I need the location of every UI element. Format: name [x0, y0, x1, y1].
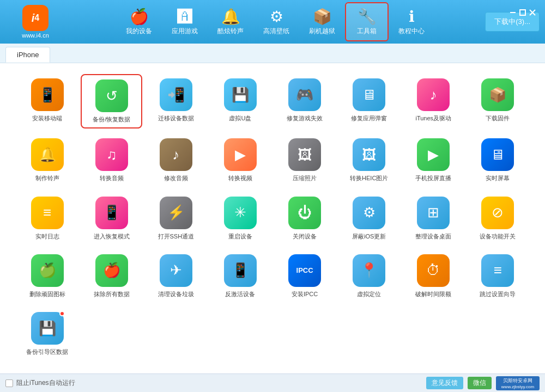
tool-erase-all[interactable]: 🍎抹除所有数据 [81, 250, 142, 302]
tool-compress-photo[interactable]: 🖼压缩照片 [274, 134, 336, 186]
nav-item-ringtone[interactable]: 🔔酷炫铃声 [208, 3, 253, 40]
tool-skip-setup[interactable]: ≡跳过设置向导 [467, 250, 529, 302]
main-content: 📱安装移动端↺备份/恢复数据📲迁移设备数据💾虚拟U盘🎮修复游戏失效🖥修复应用弹窗… [0, 63, 545, 373]
convert-audio-icon: ♫ [95, 138, 128, 171]
brand-logo: 贝斯特安卓网 www.zjbstyy.com [496, 376, 540, 390]
app-logo: i4 [22, 5, 49, 31]
wallpaper-icon: ⚙ [270, 8, 283, 26]
tool-restart-device[interactable]: ✳重启设备 [209, 192, 271, 244]
tool-install-ipcc[interactable]: IPCC安装IPCC [274, 250, 336, 302]
shutdown-device-icon: ⏻ [288, 197, 321, 229]
feedback-button[interactable]: 意见反馈 [426, 377, 463, 389]
nav-item-my-device[interactable]: 🍎我的设备 [116, 3, 162, 40]
tool-block-ios-update[interactable]: ⚙屏蔽iOS更新 [338, 192, 400, 244]
convert-video-icon: ▶ [224, 138, 257, 171]
svg-rect-1 [520, 10, 525, 15]
recovery-mode-icon: 📱 [95, 197, 128, 229]
logo-area: i4 www.i4.cn [5, 5, 65, 39]
convert-heic-icon: 🖼 [353, 138, 385, 171]
tool-device-switch[interactable]: ⊘设备功能开关 [467, 192, 529, 244]
tool-convert-heic[interactable]: 🖼转换HEIC图片 [338, 134, 400, 186]
header: i4 www.i4.cn 🍎我的设备🅰应用游戏🔔酷炫铃声⚙高清壁纸📦刷机越狱🔧工… [0, 0, 545, 44]
virtual-udisk-icon: 💾 [224, 78, 257, 111]
tool-download-firmware[interactable]: 📦下载固件 [467, 74, 529, 128]
install-mobile-icon: 📱 [31, 78, 64, 111]
backup-restore-icon: ↺ [95, 79, 128, 112]
backup-guide-icon: 💾 [31, 312, 64, 345]
tool-remove-icon[interactable]: 🍏删除顽固图标 [16, 250, 78, 302]
tool-break-time[interactable]: ⏱破解时间限额 [403, 250, 464, 302]
tool-clean-junk[interactable]: ✈清理设备垃圾 [145, 250, 207, 302]
fix-popup-icon: 🖥 [353, 78, 385, 111]
tab-bar: iPhone [0, 44, 545, 63]
nav-item-jailbreak[interactable]: 📦刷机越狱 [299, 3, 345, 40]
footer-left: 阻止iTunes自动运行 [5, 378, 75, 388]
block-ios-update-icon: ⚙ [353, 197, 385, 229]
nav-item-wallpaper[interactable]: ⚙高清壁纸 [253, 3, 299, 40]
tool-install-mobile[interactable]: 📱安装移动端 [16, 74, 78, 128]
ssh-tunnel-icon: ⚡ [160, 197, 192, 229]
tool-real-screen[interactable]: 🖥实时屏幕 [467, 134, 529, 186]
compress-photo-icon: 🖼 [288, 138, 321, 171]
nav-item-app-game[interactable]: 🅰应用游戏 [162, 3, 208, 40]
tool-edit-audio[interactable]: ♪修改音频 [145, 134, 207, 186]
svg-rect-0 [510, 12, 516, 13]
tool-organize-desktop[interactable]: ⊞整理设备桌面 [403, 192, 464, 244]
tool-backup-restore[interactable]: ↺备份/恢复数据 [81, 74, 142, 128]
tool-make-ringtone[interactable]: 🔔制作铃声 [16, 134, 78, 186]
tab-iphone[interactable]: iPhone [5, 47, 50, 63]
logo-text: www.i4.cn [22, 32, 49, 39]
tutorials-icon: ℹ [409, 8, 415, 26]
break-time-icon: ⏱ [417, 254, 450, 287]
toolbox-icon: 🔧 [358, 8, 377, 26]
app-game-icon: 🅰 [177, 8, 192, 26]
fake-location-icon: 📍 [353, 254, 385, 287]
real-log-icon: ≡ [31, 197, 64, 229]
screen-mirror-icon: ▶ [417, 138, 450, 171]
restart-device-icon: ✳ [224, 197, 257, 229]
deactivate-icon: 📱 [224, 254, 257, 287]
tool-screen-mirror[interactable]: ▶手机投屏直播 [403, 134, 464, 186]
organize-desktop-icon: ⊞ [417, 197, 450, 229]
tool-migrate-data[interactable]: 📲迁移设备数据 [145, 74, 207, 128]
itunes-checkbox[interactable] [5, 379, 13, 387]
minimize-icon[interactable] [509, 9, 517, 16]
fix-game-icon: 🎮 [288, 78, 321, 111]
clean-junk-icon: ✈ [160, 254, 192, 287]
close-icon[interactable] [529, 9, 536, 16]
tool-real-log[interactable]: ≡实时日志 [16, 192, 78, 244]
wechat-button[interactable]: 微信 [468, 377, 492, 389]
ringtone-icon: 🔔 [221, 8, 240, 26]
nav-item-toolbox[interactable]: 🔧工具箱 [345, 2, 389, 41]
tool-ssh-tunnel[interactable]: ⚡打开SSH通道 [145, 192, 207, 244]
nav-item-tutorials[interactable]: ℹ教程中心 [389, 3, 434, 40]
download-firmware-icon: 📦 [481, 78, 514, 111]
nav-bar: 🍎我的设备🅰应用游戏🔔酷炫铃声⚙高清壁纸📦刷机越狱🔧工具箱ℹ教程中心 [65, 2, 485, 41]
tool-recovery-mode[interactable]: 📱进入恢复模式 [81, 192, 142, 244]
remove-icon-icon: 🍏 [31, 254, 64, 287]
tool-fake-location[interactable]: 📍虚拟定位 [338, 250, 400, 302]
edit-audio-icon: ♪ [160, 138, 192, 171]
maximize-icon[interactable] [519, 9, 526, 16]
device-switch-icon: ⊘ [481, 197, 514, 229]
tool-shutdown-device[interactable]: ⏻关闭设备 [274, 192, 336, 244]
tool-fix-popup[interactable]: 🖥修复应用弹窗 [338, 74, 400, 128]
tool-deactivate[interactable]: 📱反激活设备 [209, 250, 271, 302]
tool-fix-game[interactable]: 🎮修复游戏失效 [274, 74, 336, 128]
make-ringtone-icon: 🔔 [31, 138, 64, 171]
footer-right: 意见反馈 微信 贝斯特安卓网 www.zjbstyy.com [426, 376, 540, 390]
jailbreak-icon: 📦 [313, 8, 332, 26]
tool-convert-audio[interactable]: ♫转换音频 [81, 134, 142, 186]
footer: 阻止iTunes自动运行 意见反馈 微信 贝斯特安卓网 www.zjbstyy.… [0, 373, 545, 392]
skip-setup-icon: ≡ [481, 254, 514, 287]
tool-virtual-udisk[interactable]: 💾虚拟U盘 [209, 74, 271, 128]
migrate-data-icon: 📲 [160, 78, 192, 111]
tool-itunes-driver[interactable]: ♪iTunes及驱动 [403, 74, 464, 128]
tool-backup-guide[interactable]: 💾备份引导区数据 [16, 308, 78, 360]
install-ipcc-icon: IPCC [288, 254, 321, 287]
my-device-icon: 🍎 [130, 8, 149, 26]
real-screen-icon: 🖥 [481, 138, 514, 171]
itunes-driver-icon: ♪ [417, 78, 450, 111]
erase-all-icon: 🍎 [95, 254, 128, 287]
tool-convert-video[interactable]: ▶转换视频 [209, 134, 271, 186]
